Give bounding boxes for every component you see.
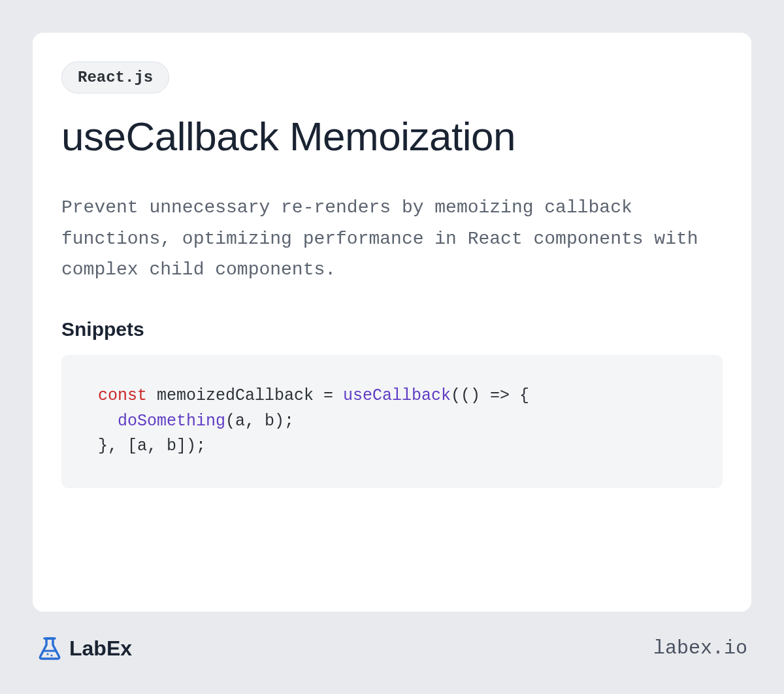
content-card: React.js useCallback Memoization Prevent… xyxy=(33,33,751,612)
site-url: labex.io xyxy=(653,637,747,659)
footer: LabEx labex.io xyxy=(33,635,751,661)
svg-point-3 xyxy=(50,654,52,656)
flask-icon xyxy=(37,635,63,661)
page-title: useCallback Memoization xyxy=(61,113,723,159)
description-text: Prevent unnecessary re-renders by memoiz… xyxy=(61,192,723,286)
brand-logo: LabEx xyxy=(37,635,132,661)
svg-point-2 xyxy=(46,653,48,655)
category-tag: React.js xyxy=(61,61,169,93)
snippets-heading: Snippets xyxy=(61,318,723,340)
brand-name: LabEx xyxy=(69,636,132,661)
code-snippet: const memoizedCallback = useCallback(() … xyxy=(61,355,723,488)
